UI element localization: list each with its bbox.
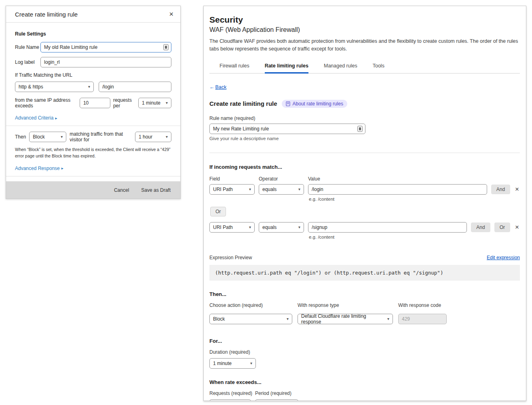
expression-code: (http.request.uri.path eq "/login") or (… [209, 265, 520, 281]
period-select[interactable]: 1 minute ▾ [138, 98, 171, 108]
form-autofill-icon[interactable] [357, 126, 363, 132]
rate-fields-row: 1 minute ▾ [209, 399, 520, 401]
or-button[interactable]: Or [494, 222, 510, 232]
form-autofill-icon[interactable] [163, 44, 169, 50]
then-prefix: Then [15, 134, 26, 140]
form-title: Create rate limiting rule [209, 100, 277, 107]
traffic-matching-heading: If Traffic Matching the URL [15, 72, 171, 78]
dialog-header: Create rate limiting rule × [6, 6, 180, 23]
expression-preview-label: Expression Preview [209, 255, 252, 260]
rule-name-input[interactable] [209, 124, 365, 134]
waf-tabs: Firewall rules Rate limiting rules Manag… [209, 63, 520, 73]
back-link[interactable]: ← Back [209, 84, 226, 90]
duration-label: Duration (required) [209, 349, 250, 355]
dialog-footer: Cancel Save as Draft [6, 181, 180, 199]
rule-name-input[interactable] [40, 42, 171, 52]
block-note: When “Block” is set, when the threshold … [15, 147, 171, 159]
value-input[interactable] [308, 222, 467, 233]
match-heading: If incoming requests match... [209, 164, 520, 170]
divider [209, 153, 520, 153]
edit-expression-link[interactable]: Edit expression [487, 255, 520, 260]
legacy-rate-limit-dialog: Create rate limiting rule × Rule Setting… [6, 6, 181, 199]
threshold-middle: requests per [113, 97, 135, 109]
cancel-button[interactable]: Cancel [114, 187, 129, 193]
requests-input[interactable] [209, 399, 251, 401]
duration-select[interactable]: 1 minute ▾ [209, 358, 256, 369]
rate-labels-row: Requests (required) Period (required) [209, 390, 520, 396]
requests-input[interactable] [80, 98, 110, 108]
rule-name-label: Rule name (required) [209, 115, 520, 121]
and-button[interactable]: And [471, 222, 490, 232]
choose-action-select[interactable]: Block ▾ [209, 314, 292, 324]
response-type-select[interactable]: Default Cloudflare rate limiting respons… [298, 314, 393, 324]
condition-row: URI Path ▾ equals ▾ And × [209, 184, 520, 195]
remove-condition-icon[interactable]: × [514, 186, 520, 193]
tab-firewall-rules[interactable]: Firewall rules [220, 63, 249, 73]
period-label: Period (required) [255, 390, 291, 396]
operator-select[interactable]: equals ▾ [259, 222, 304, 233]
chevron-down-icon: ▾ [88, 85, 90, 89]
then-row: Then Block ▾ matching traffic from that … [15, 131, 171, 143]
dialog-body: Rule Settings Rule Name Log label If Tra… [6, 23, 180, 192]
advanced-response-link[interactable]: Advanced Response ▸ [15, 166, 63, 171]
page: Create rate limiting rule × Rule Setting… [0, 0, 532, 405]
chevron-down-icon: ▾ [250, 361, 252, 365]
rate-exceeds-heading: When rate exceeds... [209, 379, 520, 385]
save-as-draft-button[interactable]: Save as Draft [141, 187, 171, 193]
caret-right-icon: ▸ [55, 116, 57, 120]
operator-select[interactable]: equals ▾ [259, 184, 304, 195]
and-button[interactable]: And [491, 185, 510, 194]
chevron-down-icon: ▾ [166, 135, 168, 139]
rule-name-label: Rule Name [15, 44, 40, 50]
threshold-row: from the same IP address exceeds request… [15, 97, 171, 109]
chevron-down-icon: ▾ [249, 225, 251, 229]
book-icon [286, 101, 290, 106]
field-select[interactable]: URI Path ▾ [209, 184, 255, 195]
duration-label-row: Duration (required) [209, 349, 520, 355]
value-hint: e.g. /content [309, 197, 520, 201]
chevron-down-icon: ▾ [61, 135, 63, 139]
response-type-label: With response type [298, 302, 393, 308]
expression-header: Expression Preview Edit expression [209, 255, 520, 260]
response-code-label: With response code [398, 302, 447, 308]
page-subtitle: WAF (Web Application Firewall) [209, 26, 520, 34]
remove-condition-icon[interactable]: × [514, 224, 520, 231]
action-select[interactable]: Block ▾ [29, 132, 66, 142]
condition-row: URI Path ▾ equals ▾ And Or × [209, 222, 520, 233]
divider [6, 126, 180, 126]
divider [6, 176, 180, 176]
dialog-title: Create rate limiting rule [15, 11, 78, 18]
then-middle: matching traffic from that visitor for [70, 131, 132, 143]
operator-column-label: Operator [259, 176, 308, 182]
page-title: Security [209, 15, 520, 25]
field-select[interactable]: URI Path ▾ [209, 222, 255, 233]
condition-column-labels: Field Operator Value [209, 176, 520, 182]
tab-managed-rules[interactable]: Managed rules [324, 63, 357, 73]
form-title-row: Create rate limiting rule About rate lim… [209, 100, 520, 108]
page-description: The Cloudflare WAF provides both automat… [209, 38, 520, 53]
tab-tools[interactable]: Tools [373, 63, 384, 73]
log-label-input[interactable] [40, 57, 171, 67]
about-rate-limiting-badge[interactable]: About rate limiting rules [282, 100, 347, 108]
period-select[interactable]: 1 minute ▾ [255, 399, 298, 401]
advanced-criteria-link[interactable]: Advanced Criteria ▸ [15, 115, 57, 121]
choose-action-label: Choose action (required) [209, 302, 292, 308]
waf-panel: Security WAF (Web Application Firewall) … [203, 6, 526, 401]
chevron-down-icon: ▾ [287, 317, 289, 321]
caret-right-icon: ▸ [61, 166, 63, 170]
chevron-down-icon: ▾ [298, 187, 300, 191]
url-input[interactable] [99, 82, 171, 92]
response-code-input [398, 314, 447, 324]
scheme-select[interactable]: http & https ▾ [15, 82, 94, 92]
log-label-label: Log label [15, 59, 40, 65]
threshold-prefix: from the same IP address exceeds [15, 97, 77, 109]
rule-name-help: Give your rule a descriptive name [209, 136, 520, 141]
duration-select[interactable]: 1 hour ▾ [135, 132, 171, 142]
then-controls: Choose action (required) Block ▾ With re… [209, 302, 520, 324]
value-input[interactable] [308, 184, 487, 195]
tab-rate-limiting-rules[interactable]: Rate limiting rules [265, 63, 308, 73]
or-connector-button[interactable]: Or [210, 207, 226, 216]
chevron-down-icon: ▾ [387, 317, 389, 321]
arrow-left-icon: ← [209, 84, 215, 90]
close-icon[interactable]: × [168, 10, 174, 18]
